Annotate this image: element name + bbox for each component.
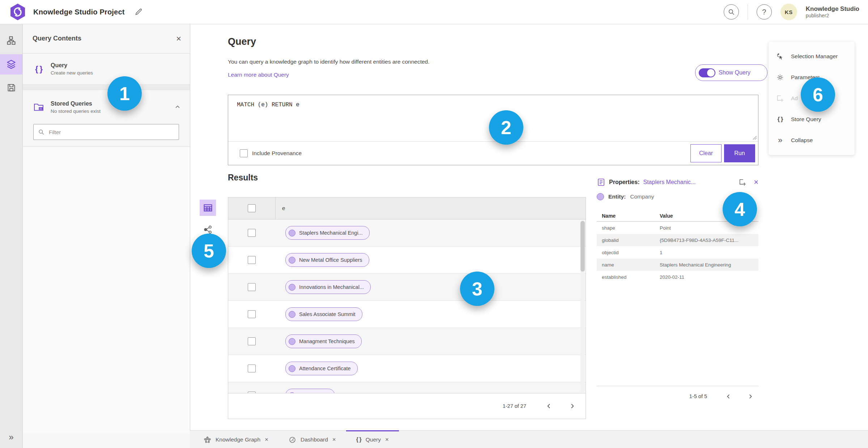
chevron-up-icon (174, 103, 181, 111)
chevron-right-icon (748, 394, 753, 399)
run-button[interactable]: Run (724, 144, 755, 162)
learn-more-link[interactable]: Learn more about Query (228, 72, 289, 78)
row-checkbox[interactable] (248, 364, 256, 372)
rail-item-contents[interactable] (0, 54, 22, 74)
close-tab-button[interactable]: × (385, 436, 389, 443)
filter-box (33, 124, 179, 140)
next-page-button[interactable] (566, 400, 578, 412)
table-row[interactable]: Sales Associate Summit (228, 301, 586, 328)
table-view-button[interactable] (200, 200, 216, 216)
row-checkbox[interactable] (248, 310, 256, 318)
close-panel-button[interactable]: × (176, 34, 181, 43)
clear-button[interactable]: Clear (690, 144, 722, 162)
close-tab-button[interactable]: × (332, 436, 336, 443)
user-info[interactable]: Knowledge Studio publisher2 (806, 5, 859, 18)
entity-dot-icon (289, 338, 295, 345)
help-button[interactable]: ? (757, 4, 772, 20)
table-scrollbar[interactable] (580, 220, 585, 392)
collapse-stored-queries-button[interactable] (174, 103, 181, 111)
tool-selection-manager[interactable]: Selection Manager (769, 46, 855, 67)
table-icon (203, 203, 213, 213)
rail-item-save[interactable] (0, 77, 22, 98)
entity-pill[interactable]: New Metal Office Suppliers (285, 253, 369, 267)
search-icon (728, 8, 735, 16)
previous-page-button[interactable] (543, 400, 555, 412)
filter-wrap (22, 120, 190, 146)
properties-range-label: 1-5 of 5 (689, 393, 707, 399)
entity-pill[interactable]: Staplers Mechanical Engi... (285, 226, 370, 240)
row-checkbox[interactable] (248, 283, 256, 291)
table-row[interactable]: Attendance Certificate (228, 355, 586, 382)
entity-pill[interactable]: Attendance Certificate (285, 362, 358, 375)
entity-pill[interactable]: Innovations in Mechanical... (285, 280, 371, 294)
braces-icon: { } (776, 116, 784, 123)
double-chevron-icon: » (776, 136, 784, 144)
query-contents-panel: Query Contents × { } Query Create new qu… (22, 24, 190, 448)
previous-page-button[interactable] (722, 390, 735, 402)
entity-pill[interactable]: Firebird Title (285, 389, 335, 393)
row-checkbox[interactable] (248, 229, 256, 237)
tool-store-query[interactable]: { } Store Query (769, 109, 855, 130)
row-checkbox[interactable] (248, 256, 256, 264)
next-page-button[interactable] (744, 390, 756, 402)
callout-3: 3 (460, 272, 494, 306)
add-to-new-button[interactable] (739, 178, 746, 186)
name-column-header: Name (597, 213, 660, 219)
entity-dot-icon (289, 230, 295, 236)
table-row[interactable]: Staplers Mechanical Engi... (228, 219, 586, 247)
toggle-switch (699, 68, 715, 77)
tab-knowledge-graph[interactable]: Knowledge Graph × (193, 430, 278, 448)
filter-input[interactable] (48, 129, 174, 136)
sidebar-item-query[interactable]: { } Query Create new queries (22, 54, 190, 85)
item-title: Query (51, 62, 181, 69)
show-query-toggle[interactable]: Show Query (695, 64, 767, 81)
tool-collapse[interactable]: » Collapse (769, 130, 855, 151)
callout-2: 2 (489, 110, 523, 145)
sidebar-item-stored-queries[interactable]: Stored Queries No stored queries exist (22, 90, 190, 120)
panel-empty-area (22, 147, 190, 433)
gauge-icon (289, 436, 296, 444)
resize-grip-icon[interactable] (752, 135, 757, 140)
row-checkbox[interactable] (248, 392, 256, 393)
left-rail: » (0, 24, 23, 448)
properties-entity-link[interactable]: Staplers Mechanic... (643, 179, 695, 185)
avatar[interactable]: KS (780, 4, 797, 20)
property-row[interactable]: objectid 1 (597, 246, 758, 259)
main-content: Query You can query a knowledge graph to… (190, 24, 868, 430)
properties-label: Properties: (609, 179, 639, 185)
property-row[interactable]: name Staplers Mechanical Engineering (597, 259, 758, 271)
query-description: You can query a knowledge graph to ident… (228, 59, 430, 65)
edit-title-button[interactable] (134, 8, 143, 16)
entity-value: Company (630, 193, 654, 200)
close-properties-button[interactable]: × (754, 178, 758, 186)
include-provenance-label: Include Provenance (252, 150, 302, 157)
row-checkbox[interactable] (248, 337, 256, 345)
rail-item-data-model[interactable] (0, 30, 22, 51)
bottom-tab-bar: Knowledge Graph × Dashboard × { } Query … (190, 430, 868, 448)
table-row[interactable]: Innovations in Mechanical... (228, 274, 586, 301)
table-row[interactable]: New Metal Office Suppliers (228, 247, 586, 274)
property-row[interactable]: established 2020-02-11 (597, 271, 758, 283)
search-button[interactable] (724, 4, 739, 20)
include-provenance-checkbox[interactable] (240, 149, 248, 157)
entity-pill[interactable]: Managment Techniques (285, 334, 362, 348)
chevron-left-icon (546, 403, 552, 409)
top-bar-actions: ? KS Knowledge Studio publisher2 (724, 0, 859, 24)
table-row[interactable]: Firebird Title (228, 382, 586, 393)
close-icon: × (332, 436, 336, 443)
results-range-label: 1-27 of 27 (503, 403, 526, 409)
close-tab-button[interactable]: × (265, 436, 268, 443)
entity-pill[interactable]: Sales Associate Summit (285, 307, 362, 321)
query-heading: Query (228, 36, 256, 47)
toggle-label: Show Query (719, 69, 750, 76)
table-row[interactable]: Managment Techniques (228, 328, 586, 355)
scrollbar-thumb[interactable] (580, 221, 585, 272)
panel-section-gap (22, 85, 190, 90)
expand-rail-button[interactable]: » (0, 430, 22, 444)
tab-query[interactable]: { } Query × (346, 430, 399, 448)
property-row[interactable]: globalid {5D9B4713-F98D-4A53-A59F-C11... (597, 234, 758, 246)
select-all-checkbox[interactable] (248, 204, 256, 212)
entity-dot-icon (289, 392, 295, 393)
hierarchy-icon (6, 35, 16, 46)
tab-dashboard[interactable]: Dashboard × (278, 430, 346, 448)
